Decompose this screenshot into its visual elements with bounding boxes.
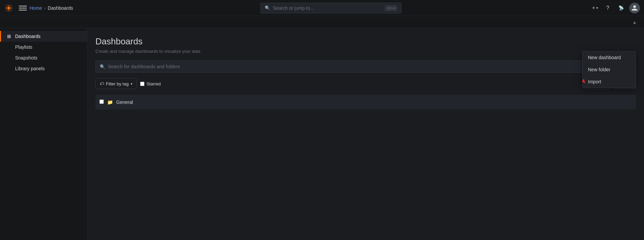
global-search-bar[interactable]: 🔍 Search or jump to... ctrl+k — [260, 3, 401, 13]
sidebar-item-playlists[interactable]: Playlists — [0, 42, 87, 52]
breadcrumb-separator: › — [44, 5, 46, 11]
breadcrumb-home[interactable]: Home — [30, 5, 42, 11]
tag-icon: 🏷 — [100, 81, 104, 86]
sidebar-item-library-panels-label: Library panels — [15, 66, 45, 71]
starred-label: Starred — [146, 81, 161, 86]
rss-icon: 📡 — [618, 5, 624, 10]
new-dropdown-menu: New dashboard New folder Import — [582, 51, 636, 88]
search-shortcut: ctrl+k — [385, 5, 397, 11]
grafana-logo-icon[interactable] — [4, 3, 13, 13]
library-panels-icon — [6, 66, 12, 71]
toolbar: 🔍 New ▾ — [95, 61, 636, 73]
collapse-button[interactable]: ▲ — [631, 18, 639, 26]
row-name: General — [116, 99, 133, 105]
new-folder-option[interactable]: New folder — [583, 64, 636, 76]
red-arrow-annotation — [582, 77, 585, 86]
import-label: Import — [588, 79, 601, 84]
chevron-down-icon: ▾ — [131, 82, 132, 86]
starred-checkbox[interactable] — [140, 82, 144, 86]
starred-checkbox-label[interactable]: Starred — [140, 81, 161, 86]
new-dashboard-option[interactable]: New dashboard — [583, 51, 636, 64]
topnav-left — [4, 3, 28, 13]
svg-point-1 — [7, 6, 10, 9]
topnav-center: 🔍 Search or jump to... ctrl+k — [73, 3, 589, 13]
import-option[interactable]: Import — [583, 76, 636, 88]
add-menu-button[interactable]: ＋ ▾ — [589, 3, 600, 13]
dashboard-list: 📁 General — [95, 95, 636, 110]
plus-icon: ＋ — [591, 4, 596, 11]
new-folder-label: New folder — [588, 67, 610, 72]
sidebar-item-snapshots[interactable]: Snapshots — [0, 52, 87, 63]
breadcrumb-current: Dashboards — [48, 5, 73, 11]
search-icon: 🔍 — [100, 64, 105, 69]
snapshots-icon — [6, 55, 12, 61]
row-select-checkbox[interactable] — [99, 99, 104, 104]
news-button[interactable]: 📡 — [616, 3, 627, 13]
playlists-icon — [6, 44, 12, 50]
sidebar: ⊞ Dashboards Playlists Snapshots Library… — [0, 28, 87, 240]
dashboard-search-wrap[interactable]: 🔍 — [95, 61, 610, 73]
filter-by-tag-button[interactable]: 🏷 Filter by tag ▾ — [95, 78, 137, 89]
dashboard-search-input[interactable] — [108, 64, 605, 69]
table-row[interactable]: 📁 General — [95, 95, 636, 110]
page-title: Dashboards — [95, 36, 636, 47]
hamburger-menu-icon[interactable] — [19, 4, 27, 12]
sidebar-item-dashboards[interactable]: ⊞ Dashboards — [0, 31, 87, 42]
sidebar-item-playlists-label: Playlists — [15, 44, 32, 50]
new-dashboard-label: New dashboard — [588, 55, 621, 60]
main-content: Dashboards Create and manage dashboards … — [87, 28, 644, 240]
avatar-icon — [631, 5, 638, 11]
page-subtitle: Create and manage dashboards to visualiz… — [95, 49, 636, 54]
folder-icon: 📁 — [107, 99, 113, 105]
user-avatar[interactable] — [629, 3, 640, 13]
top-nav: Home › Dashboards 🔍 Search or jump to...… — [0, 0, 644, 16]
breadcrumb: Home › Dashboards — [30, 5, 73, 11]
filter-tag-label: Filter by tag — [106, 81, 129, 86]
dashboards-icon: ⊞ — [6, 34, 12, 39]
filter-row: 🏷 Filter by tag ▾ Starred — [95, 78, 636, 89]
sidebar-item-snapshots-label: Snapshots — [15, 55, 37, 61]
topnav-right: ＋ ▾ ? 📡 — [589, 3, 640, 13]
sidebar-item-library-panels[interactable]: Library panels — [0, 63, 87, 74]
main-layout: ⊞ Dashboards Playlists Snapshots Library… — [0, 28, 644, 240]
search-bar-placeholder: Search or jump to... — [273, 5, 382, 11]
question-icon: ? — [606, 5, 609, 11]
search-icon: 🔍 — [265, 5, 270, 10]
row-checkbox[interactable] — [99, 99, 104, 105]
kbd-ctrl: ctrl+k — [385, 5, 397, 11]
sidebar-item-dashboards-label: Dashboards — [15, 34, 41, 39]
chevron-down-icon: ▾ — [596, 6, 598, 10]
breadcrumb-bar: ▲ — [0, 16, 644, 28]
help-button[interactable]: ? — [602, 3, 613, 13]
